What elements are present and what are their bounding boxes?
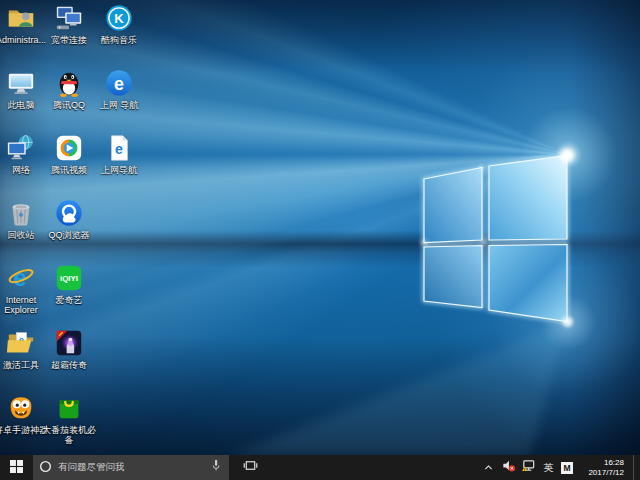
icon-label: 回收站: [0, 230, 48, 240]
clock-date: 2017/7/12: [582, 468, 624, 478]
desktop-icon-activation-tool[interactable]: e 激活工具: [0, 328, 48, 370]
internet-explorer-icon: e: [6, 263, 36, 293]
desktop-icon-internet-navigation-doc[interactable]: e 上网导航: [92, 133, 146, 175]
taskbar-clock[interactable]: 16:28 2017/7/12: [578, 458, 628, 477]
monitor-icon: [6, 68, 36, 98]
desktop-icon-qq-browser[interactable]: QQ浏览器: [42, 198, 96, 240]
iqiyi-icon: iQIYI: [54, 263, 84, 293]
document-e-icon: e: [104, 133, 134, 163]
svg-text:e: e: [13, 264, 27, 291]
icon-label: 网络: [0, 165, 48, 175]
desktop-icon-recycle-bin[interactable]: 回收站: [0, 198, 48, 240]
windows-flag-icon: [10, 459, 23, 477]
desktop-icon-internet-explorer[interactable]: e Internet Explorer: [0, 263, 48, 315]
volume-muted-icon: [501, 458, 516, 477]
desktop-icon-administrator[interactable]: Administra...: [0, 3, 48, 45]
icon-label: 上网 导航: [92, 100, 146, 110]
desktop-icon-tencent-qq[interactable]: 腾讯QQ: [42, 68, 96, 110]
user-folder-icon: [6, 3, 36, 33]
show-desktop-button[interactable]: [633, 455, 638, 480]
desktop-icon-broadband[interactable]: 宽带连接: [42, 3, 96, 45]
icon-label: 此电脑: [0, 100, 48, 110]
svg-text:e: e: [114, 74, 124, 94]
play-button-icon: [54, 133, 84, 163]
green-bag-icon: [54, 393, 84, 423]
search-input[interactable]: 有问题尽管问我: [33, 455, 229, 480]
task-view-icon: [243, 458, 258, 477]
qq-browser-icon: [54, 198, 84, 228]
icon-label: Administra...: [0, 35, 48, 45]
blue-e-circle-icon: e: [104, 68, 134, 98]
dual-monitor-icon: [54, 3, 84, 33]
network-tray-button[interactable]: [521, 455, 536, 480]
svg-text:e: e: [115, 141, 123, 157]
desktop-icon-chaoba-legend[interactable]: 超霸传奇: [42, 328, 96, 370]
desktop-icon-haozhuo[interactable]: 好卓手游神器: [0, 393, 48, 435]
game-character-icon: [54, 328, 84, 358]
icon-label: 激活工具: [0, 360, 48, 370]
start-button[interactable]: [0, 455, 33, 480]
icon-label: 腾讯QQ: [42, 100, 96, 110]
icon-label: QQ浏览器: [42, 230, 96, 240]
icon-label: 酷狗音乐: [92, 35, 146, 45]
icon-label: 超霸传奇: [42, 360, 96, 370]
search-placeholder: 有问题尽管问我: [58, 461, 203, 474]
task-view-button[interactable]: [236, 455, 264, 480]
open-folder-icon: e: [6, 328, 36, 358]
desktop: Administra... 宽带连接 K 酷狗音乐 此电脑 腾讯QQ e 上网 …: [0, 0, 640, 480]
icon-label: 腾讯视频: [42, 165, 96, 175]
desktop-icon-big-tomato[interactable]: 大番茄装机必备: [42, 393, 96, 445]
icon-label: 宽带连接: [42, 35, 96, 45]
icon-label: Internet Explorer: [0, 295, 48, 315]
desktop-icon-tencent-video[interactable]: 腾讯视频: [42, 133, 96, 175]
kugou-music-icon: K: [104, 3, 134, 33]
taskbar: 有问题尽管问我: [0, 455, 640, 480]
microphone-icon[interactable]: [209, 458, 223, 477]
ime-icon[interactable]: M: [561, 462, 573, 474]
chevron-up-icon: [483, 459, 494, 477]
desktop-icon-internet-navigation[interactable]: e 上网 导航: [92, 68, 146, 110]
recycle-bin-icon: [6, 198, 36, 228]
icon-label: 上网导航: [92, 165, 146, 175]
desktop-icon-this-pc[interactable]: 此电脑: [0, 68, 48, 110]
icon-label: 爱奇艺: [42, 295, 96, 305]
system-tray: 英 M 16:28 2017/7/12: [481, 455, 640, 480]
cortana-icon: [39, 459, 52, 477]
svg-text:iQIYI: iQIYI: [60, 274, 78, 283]
desktop-icon-iqiyi[interactable]: iQIYI 爱奇艺: [42, 263, 96, 305]
network-globe-icon: [6, 133, 36, 163]
icon-label: 大番茄装机必备: [42, 425, 96, 445]
svg-text:K: K: [114, 11, 124, 26]
ime-language-indicator[interactable]: 英: [541, 455, 556, 480]
orange-monster-icon: [6, 393, 36, 423]
desktop-icon-kugou[interactable]: K 酷狗音乐: [92, 3, 146, 45]
clock-time: 16:28: [582, 458, 624, 468]
network-warning-icon: [521, 458, 536, 477]
icon-label: 好卓手游神器: [0, 425, 48, 435]
desktop-icon-network[interactable]: 网络: [0, 133, 48, 175]
tray-overflow-button[interactable]: [481, 455, 496, 480]
volume-tray-button[interactable]: [501, 455, 516, 480]
qq-penguin-icon: [54, 68, 84, 98]
